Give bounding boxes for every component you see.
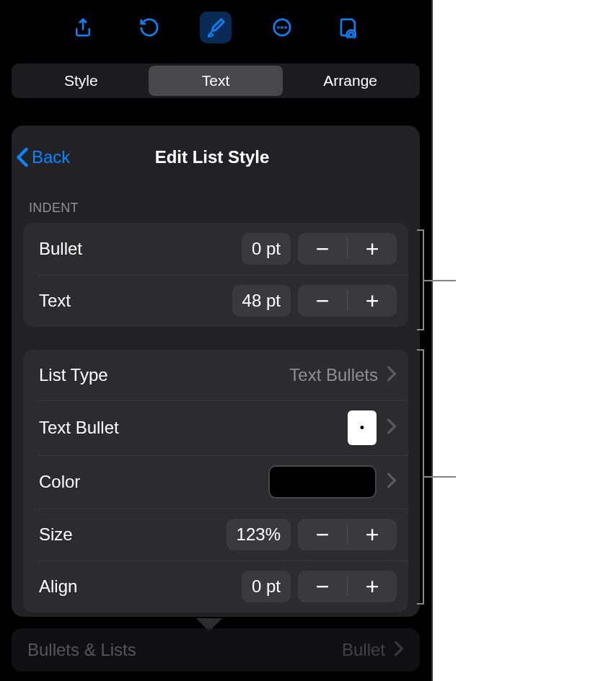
indent-bullet-value[interactable]: 0 pt <box>242 233 291 265</box>
format-brush-icon[interactable] <box>200 12 232 43</box>
color-label: Color <box>39 472 268 492</box>
row-align: Align 0 pt − + <box>23 561 408 612</box>
bullets-lists-label: Bullets & Lists <box>27 640 342 660</box>
row-indent-bullet: Bullet 0 pt − + <box>23 223 408 275</box>
align-increment[interactable]: + <box>348 571 397 602</box>
panel-header: Back Edit List Style <box>12 126 420 185</box>
align-label: Align <box>39 576 242 597</box>
callout-bracket-1 <box>417 229 424 330</box>
indent-text-increment[interactable]: + <box>348 285 397 317</box>
row-list-type[interactable]: List Type Text Bullets <box>23 350 408 400</box>
color-swatch <box>268 465 377 498</box>
align-decrement[interactable]: − <box>298 571 347 602</box>
indent-bullet-label: Bullet <box>39 239 242 259</box>
indent-bullet-stepper: − + <box>298 233 397 265</box>
segmented-control: Style Text Arrange <box>12 63 420 98</box>
bullets-lists-value: Bullet <box>342 640 385 660</box>
segmented-control-wrap: Style Text Arrange <box>0 55 431 104</box>
back-button[interactable]: Back <box>16 147 70 167</box>
toolbar <box>0 0 431 55</box>
document-settings-icon[interactable] <box>333 12 364 43</box>
text-bullet-label: Text Bullet <box>39 418 348 438</box>
svg-point-3 <box>285 27 286 27</box>
style-group: List Type Text Bullets Text Bullet • Col… <box>23 350 408 612</box>
callout-bracket-2 <box>417 349 424 605</box>
callout-line-1 <box>424 280 456 281</box>
edit-list-style-panel: Back Edit List Style INDENT Bullet 0 pt … <box>12 126 420 617</box>
row-bullets-lists[interactable]: Bullets & Lists Bullet <box>12 628 420 672</box>
back-label: Back <box>32 147 70 167</box>
callout-line-2 <box>424 476 456 478</box>
indent-group: Bullet 0 pt − + Text 48 pt − + <box>23 223 408 327</box>
size-decrement[interactable]: − <box>298 519 347 550</box>
chevron-right-icon <box>394 641 404 659</box>
svg-point-2 <box>281 27 282 27</box>
indent-text-label: Text <box>39 291 232 311</box>
size-label: Size <box>39 524 226 545</box>
panel-title: Edit List Style <box>19 147 405 167</box>
svg-point-1 <box>278 27 278 27</box>
size-increment[interactable]: + <box>348 519 397 550</box>
tab-arrange[interactable]: Arrange <box>283 66 418 96</box>
section-header-indent: INDENT <box>12 185 420 223</box>
row-indent-text: Text 48 pt − + <box>23 275 408 327</box>
align-value[interactable]: 0 pt <box>242 571 291 602</box>
indent-bullet-decrement[interactable]: − <box>298 233 347 265</box>
row-text-bullet[interactable]: Text Bullet • <box>23 400 408 455</box>
undo-icon[interactable] <box>133 12 165 43</box>
share-icon[interactable] <box>67 12 99 43</box>
size-stepper: − + <box>298 519 397 550</box>
chevron-right-icon <box>387 418 397 437</box>
tab-style[interactable]: Style <box>14 66 149 96</box>
align-stepper: − + <box>298 571 397 602</box>
size-value[interactable]: 123% <box>226 519 291 550</box>
indent-text-stepper: − + <box>298 285 397 317</box>
more-icon[interactable] <box>266 12 298 43</box>
indent-text-value[interactable]: 48 pt <box>232 285 291 317</box>
indent-text-decrement[interactable]: − <box>298 285 347 317</box>
indent-bullet-increment[interactable]: + <box>348 233 397 265</box>
text-bullet-swatch: • <box>348 410 377 445</box>
tab-text[interactable]: Text <box>149 66 283 96</box>
chevron-right-icon <box>387 473 397 491</box>
chevron-right-icon <box>387 366 397 385</box>
list-type-value: Text Bullets <box>289 365 378 385</box>
list-type-label: List Type <box>39 365 289 385</box>
row-color[interactable]: Color <box>23 455 408 509</box>
row-size: Size 123% − + <box>23 509 408 561</box>
